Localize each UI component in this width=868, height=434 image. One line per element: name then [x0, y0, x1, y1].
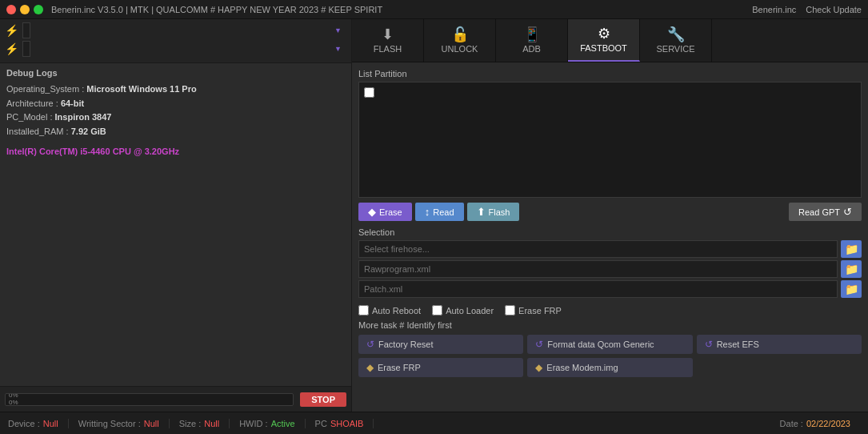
device-label: Device : [8, 419, 40, 428]
auto-reboot-label: Auto Reboot [372, 306, 421, 315]
rawprogram-input[interactable] [358, 260, 838, 278]
erase-modem-label: Erase Modem.img [546, 363, 618, 372]
patch-input[interactable] [358, 280, 838, 298]
log-model: PC_Model : Inspiron 3847 [6, 111, 345, 125]
pc-value: SHOAIB [330, 419, 364, 428]
tab-fastboot[interactable]: ⚙ FASTBOOT [568, 19, 640, 62]
status-pc: PC SHOAIB [306, 419, 374, 428]
read-label: Read [433, 207, 454, 217]
os-value: Microsoft Windows 11 Pro [86, 84, 196, 94]
list-partition-label: List Partition [358, 69, 862, 78]
factory-reset-label: Factory Reset [378, 340, 433, 349]
writing-label: Writting Sector : [78, 419, 141, 428]
titlebar: Benerin.inc V3.5.0 | MTK | QUALCOMM # HA… [0, 0, 868, 19]
more-task-section: More task # Identify first ↺ Factory Res… [358, 320, 862, 377]
patch-browse-button[interactable]: 📁 [841, 280, 862, 298]
auto-loader-label: Auto Loader [446, 306, 494, 315]
auto-loader-checkbox[interactable] [432, 305, 442, 315]
debug-logs: Debug Logs Operating_System : Microsoft … [0, 63, 351, 386]
status-hwid: HWID : Active [230, 419, 305, 428]
more-task-label: More task # Identify first [358, 320, 862, 330]
tab-unlock[interactable]: 🔓 UNLOCK [424, 19, 496, 62]
flash-button[interactable]: ⬆ Flash [467, 203, 520, 221]
log-arch: Architecture : 64-bit [6, 97, 345, 111]
format-data-button[interactable]: ↺ Format data Qcom Generic [527, 335, 692, 354]
reset-efs-label: Reset EFS [717, 340, 759, 349]
main-container: ⚡ ⚡ Debug Logs Operating_System : Micros… [0, 19, 868, 412]
service-icon: 🔧 [667, 27, 685, 42]
read-gpt-button[interactable]: Read GPT ↺ [789, 203, 862, 221]
partition-select-all-checkbox[interactable] [364, 87, 374, 98]
progress-line2: 0% [9, 400, 18, 406]
brand-label: Benerin.inc [752, 5, 796, 14]
device-selectors: ⚡ ⚡ [0, 19, 351, 63]
tab-adb[interactable]: 📱 ADB [496, 19, 568, 62]
firehose-input[interactable] [358, 240, 838, 258]
app-title: Benerin.inc V3.5.0 | MTK | QUALCOMM # HA… [51, 5, 752, 14]
format-data-label: Format data Qcom Generic [547, 340, 654, 349]
minimize-btn[interactable] [20, 5, 30, 14]
stop-button[interactable]: STOP [300, 392, 346, 407]
erase-frp-btn-label: Erase FRP [378, 363, 421, 372]
rawprogram-browse-button[interactable]: 📁 [841, 260, 862, 278]
erase-frp-checkbox-label[interactable]: Erase FRP [505, 305, 562, 315]
size-label: Size : [179, 419, 202, 428]
debug-section-title: Debug Logs [6, 68, 345, 78]
content-area: List Partition ◆ Erase ↕ Read ⬆ Flash [352, 62, 868, 412]
partition-list-box [358, 82, 862, 198]
reset-efs-icon: ↺ [705, 339, 713, 350]
tab-bar: ⬇ FLASH 🔓 UNLOCK 📱 ADB ⚙ FASTBOOT 🔧 SERV… [352, 19, 868, 62]
erase-modem-button[interactable]: ◆ Erase Modem.img [527, 358, 692, 377]
action-buttons-row: ◆ Erase ↕ Read ⬆ Flash Read GPT ↺ [358, 203, 862, 221]
auto-loader-checkbox-label[interactable]: Auto Loader [432, 305, 494, 315]
check-update-button[interactable]: Check Update [806, 5, 862, 14]
reset-efs-button[interactable]: ↺ Reset EFS [697, 335, 862, 354]
erase-icon: ◆ [368, 206, 376, 218]
usb-icon-2: ⚡ [5, 42, 18, 55]
factory-reset-icon: ↺ [366, 339, 374, 350]
device-dropdown-1[interactable] [22, 22, 30, 38]
tab-service[interactable]: 🔧 SERVICE [640, 19, 712, 62]
tab-adb-label: ADB [522, 44, 541, 54]
folder-icon-2: 📁 [845, 263, 858, 275]
checkbox-row: Auto Reboot Auto Loader Erase FRP [358, 305, 862, 315]
model-label: PC_Model : [6, 112, 52, 122]
device-select-row-2: ⚡ [5, 41, 346, 57]
firehose-browse-button[interactable]: 📁 [841, 240, 862, 258]
auto-reboot-checkbox[interactable] [358, 305, 369, 315]
erase-button[interactable]: ◆ Erase [358, 203, 412, 221]
size-value: Null [204, 419, 219, 428]
progress-labels: 0% 0% [9, 394, 18, 405]
erase-frp-checkbox[interactable] [505, 305, 515, 315]
close-btn[interactable] [6, 5, 16, 14]
patch-row: 📁 [358, 280, 862, 298]
log-ram: Installed_RAM : 7.92 GiB [6, 125, 345, 139]
read-gpt-label: Read GPT [798, 207, 840, 217]
fastboot-icon: ⚙ [598, 26, 610, 41]
erase-frp-button[interactable]: ◆ Erase FRP [358, 358, 523, 377]
device-dropdown-2[interactable] [22, 41, 30, 57]
selection-label: Selection [358, 227, 862, 237]
folder-icon-1: 📁 [845, 243, 858, 255]
device-select-row-1: ⚡ [5, 22, 346, 38]
tab-service-label: SERVICE [656, 44, 694, 54]
os-label: Operating_System : [6, 84, 84, 94]
ram-value: 7.92 GiB [71, 127, 106, 136]
flash-icon: ⬇ [382, 27, 394, 42]
arch-label: Architecture : [6, 98, 58, 108]
device-value: Null [43, 419, 58, 428]
status-size: Size : Null [170, 419, 230, 428]
folder-icon-3: 📁 [845, 283, 858, 295]
left-panel: ⚡ ⚡ Debug Logs Operating_System : Micros… [0, 19, 352, 412]
factory-reset-button[interactable]: ↺ Factory Reset [358, 335, 523, 354]
unlock-icon: 🔓 [451, 27, 469, 42]
tab-flash[interactable]: ⬇ FLASH [352, 19, 424, 62]
date-label: Date : [780, 419, 803, 428]
log-cpu: Intel(R) Core(TM) i5-4460 CPU @ 3.20GHz [6, 145, 345, 159]
erase-frp-checkbox-label-text: Erase FRP [518, 306, 562, 315]
auto-reboot-checkbox-label[interactable]: Auto Reboot [358, 305, 421, 315]
tab-flash-label: FLASH [374, 44, 402, 54]
usb-icon-1: ⚡ [5, 24, 18, 37]
read-button[interactable]: ↕ Read [415, 203, 464, 221]
maximize-btn[interactable] [34, 5, 43, 14]
